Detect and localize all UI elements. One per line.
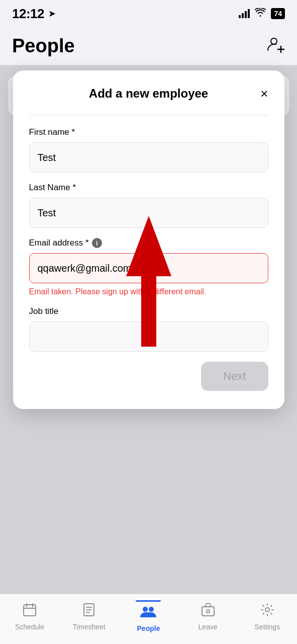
close-button[interactable]: ×: [260, 87, 268, 100]
signal-bars-icon: [239, 9, 250, 18]
battery-icon: 74: [271, 8, 285, 19]
tab-people[interactable]: People: [128, 601, 168, 632]
email-input[interactable]: [29, 253, 268, 283]
location-icon: ➤: [48, 8, 56, 19]
app-header: People: [0, 27, 297, 65]
add-person-button[interactable]: [267, 35, 285, 57]
last-name-label: Last Name *: [29, 183, 268, 193]
status-icons: 74: [239, 8, 285, 20]
settings-label: Settings: [255, 623, 280, 631]
next-button-container: Next: [29, 362, 268, 391]
add-employee-modal: Add a new employee × First name * Last N…: [13, 70, 284, 409]
timesheet-label: Timesheet: [73, 623, 106, 631]
tab-active-indicator: [136, 600, 161, 602]
leave-label: Leave: [199, 623, 218, 631]
svg-rect-14: [202, 607, 214, 616]
first-name-label: First name *: [29, 127, 268, 137]
modal-overlay: Add a new employee × First name * Last N…: [0, 65, 297, 594]
tab-settings[interactable]: Settings: [247, 603, 287, 631]
tab-leave[interactable]: Leave: [188, 603, 228, 631]
tab-bar: Schedule Timesheet People: [0, 594, 297, 644]
status-bar: 12:12 ➤ 74: [0, 0, 297, 27]
wifi-icon: [255, 8, 266, 20]
form-divider: [29, 115, 268, 115]
schedule-icon: [23, 603, 37, 620]
email-error-message: Email taken. Please sign up with a diffe…: [29, 287, 268, 296]
leave-icon: [201, 603, 215, 620]
settings-icon: [260, 603, 274, 620]
svg-point-12: [143, 607, 148, 612]
email-label: Email address * i: [29, 238, 268, 248]
tab-schedule[interactable]: Schedule: [10, 603, 50, 631]
svg-rect-4: [24, 605, 36, 616]
svg-point-0: [271, 38, 277, 44]
job-title-group: Job title: [29, 306, 268, 352]
background-content: Add a new employee × First name * Last N…: [0, 65, 297, 594]
tab-timesheet[interactable]: Timesheet: [69, 603, 109, 631]
job-title-label: Job title: [29, 306, 268, 316]
svg-point-15: [207, 610, 210, 613]
svg-point-13: [149, 607, 154, 612]
last-name-input[interactable]: [29, 198, 268, 228]
people-icon: [140, 604, 156, 622]
first-name-input[interactable]: [29, 142, 268, 173]
next-button[interactable]: Next: [201, 362, 268, 391]
first-name-group: First name *: [29, 127, 268, 173]
status-time: 12:12: [12, 6, 44, 22]
page-title: People: [12, 35, 75, 57]
modal-title: Add a new employee: [89, 87, 208, 101]
job-title-input[interactable]: [29, 321, 268, 352]
email-info-icon[interactable]: i: [92, 238, 102, 248]
people-label: People: [137, 624, 160, 632]
svg-point-16: [265, 608, 269, 612]
email-group: Email address * i Email taken. Please si…: [29, 238, 268, 296]
timesheet-icon: [82, 603, 96, 620]
last-name-group: Last Name *: [29, 183, 268, 228]
modal-header: Add a new employee ×: [29, 87, 268, 101]
schedule-label: Schedule: [15, 623, 44, 631]
